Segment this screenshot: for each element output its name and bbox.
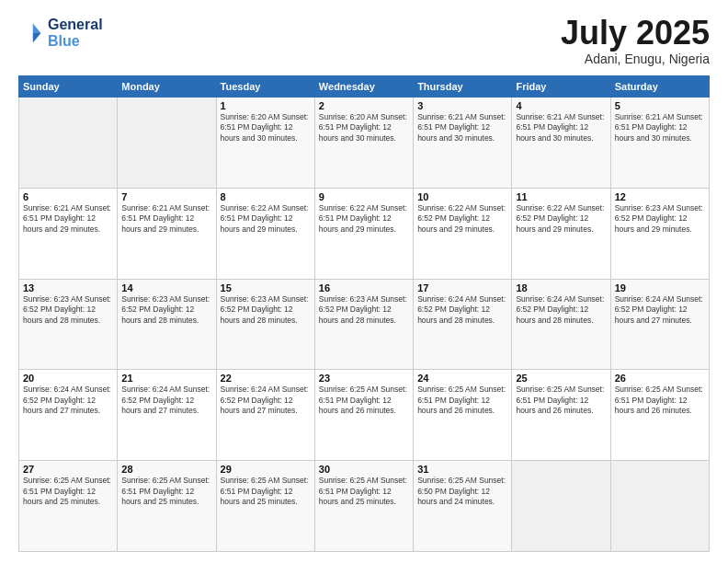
day-info: Sunrise: 6:25 AM Sunset: 6:51 PM Dayligh…	[615, 385, 705, 416]
calendar-header-row: SundayMondayTuesdayWednesdayThursdayFrid…	[19, 76, 710, 98]
calendar-day-header: Tuesday	[216, 76, 314, 98]
day-info: Sunrise: 6:21 AM Sunset: 6:51 PM Dayligh…	[615, 112, 705, 144]
day-info: Sunrise: 6:20 AM Sunset: 6:51 PM Dayligh…	[319, 112, 409, 144]
day-info: Sunrise: 6:24 AM Sunset: 6:52 PM Dayligh…	[516, 294, 606, 326]
calendar-day-cell: 17Sunrise: 6:24 AM Sunset: 6:52 PM Dayli…	[414, 279, 512, 370]
calendar-day-cell: 20Sunrise: 6:24 AM Sunset: 6:52 PM Dayli…	[19, 370, 118, 461]
day-number: 10	[417, 191, 507, 202]
day-number: 13	[23, 282, 113, 293]
day-number: 22	[221, 373, 311, 384]
day-number: 2	[319, 100, 409, 111]
calendar-day-cell: 22Sunrise: 6:24 AM Sunset: 6:52 PM Dayli…	[216, 370, 314, 461]
day-number: 18	[516, 282, 606, 293]
calendar-day-cell: 19Sunrise: 6:24 AM Sunset: 6:52 PM Dayli…	[610, 279, 709, 370]
day-number: 29	[221, 464, 311, 475]
calendar-day-cell	[19, 98, 118, 189]
calendar-day-cell: 29Sunrise: 6:25 AM Sunset: 6:51 PM Dayli…	[216, 461, 314, 552]
calendar-day-cell: 7Sunrise: 6:21 AM Sunset: 6:51 PM Daylig…	[118, 188, 216, 279]
day-info: Sunrise: 6:25 AM Sunset: 6:51 PM Dayligh…	[417, 385, 507, 416]
calendar-day-cell: 4Sunrise: 6:21 AM Sunset: 6:51 PM Daylig…	[512, 98, 610, 189]
day-number: 25	[516, 373, 606, 384]
calendar-day-cell: 10Sunrise: 6:22 AM Sunset: 6:52 PM Dayli…	[414, 188, 512, 279]
day-info: Sunrise: 6:21 AM Sunset: 6:51 PM Dayligh…	[417, 112, 507, 144]
calendar-day-cell: 5Sunrise: 6:21 AM Sunset: 6:51 PM Daylig…	[610, 98, 709, 189]
day-number: 7	[121, 191, 211, 202]
calendar-day-cell: 9Sunrise: 6:22 AM Sunset: 6:51 PM Daylig…	[314, 188, 413, 279]
day-info: Sunrise: 6:21 AM Sunset: 6:51 PM Dayligh…	[121, 203, 211, 235]
day-info: Sunrise: 6:23 AM Sunset: 6:52 PM Dayligh…	[23, 294, 113, 326]
day-info: Sunrise: 6:24 AM Sunset: 6:52 PM Dayligh…	[221, 385, 311, 416]
day-info: Sunrise: 6:24 AM Sunset: 6:52 PM Dayligh…	[417, 294, 507, 326]
day-info: Sunrise: 6:22 AM Sunset: 6:52 PM Dayligh…	[516, 203, 606, 235]
logo-text: General Blue	[48, 17, 103, 50]
calendar-week-row: 27Sunrise: 6:25 AM Sunset: 6:51 PM Dayli…	[19, 461, 710, 552]
calendar-day-cell: 14Sunrise: 6:23 AM Sunset: 6:52 PM Dayli…	[118, 279, 216, 370]
page: General Blue July 2025 Adani, Enugu, Nig…	[0, 0, 728, 563]
calendar-week-row: 6Sunrise: 6:21 AM Sunset: 6:51 PM Daylig…	[19, 188, 710, 279]
calendar-day-cell: 1Sunrise: 6:20 AM Sunset: 6:51 PM Daylig…	[216, 98, 314, 189]
day-number: 31	[417, 464, 507, 475]
day-number: 23	[319, 373, 409, 384]
day-info: Sunrise: 6:22 AM Sunset: 6:51 PM Dayligh…	[319, 203, 409, 235]
calendar-day-header: Saturday	[610, 76, 709, 98]
day-info: Sunrise: 6:24 AM Sunset: 6:52 PM Dayligh…	[121, 385, 211, 416]
day-info: Sunrise: 6:21 AM Sunset: 6:51 PM Dayligh…	[23, 203, 113, 235]
calendar-day-cell: 27Sunrise: 6:25 AM Sunset: 6:51 PM Dayli…	[19, 461, 118, 552]
day-info: Sunrise: 6:22 AM Sunset: 6:51 PM Dayligh…	[221, 203, 311, 235]
day-info: Sunrise: 6:25 AM Sunset: 6:51 PM Dayligh…	[221, 476, 311, 507]
calendar-day-cell	[118, 98, 216, 189]
calendar-day-cell	[610, 461, 709, 552]
calendar-day-cell: 25Sunrise: 6:25 AM Sunset: 6:51 PM Dayli…	[512, 370, 610, 461]
header: General Blue July 2025 Adani, Enugu, Nig…	[18, 17, 710, 66]
day-number: 20	[23, 373, 113, 384]
day-info: Sunrise: 6:21 AM Sunset: 6:51 PM Dayligh…	[516, 112, 606, 144]
calendar-day-header: Friday	[512, 76, 610, 98]
logo-icon	[18, 20, 44, 46]
day-number: 15	[221, 282, 311, 293]
calendar-day-cell: 23Sunrise: 6:25 AM Sunset: 6:51 PM Dayli…	[314, 370, 413, 461]
day-number: 27	[23, 464, 113, 475]
day-number: 1	[221, 100, 311, 111]
day-number: 17	[417, 282, 507, 293]
calendar-day-cell: 12Sunrise: 6:23 AM Sunset: 6:52 PM Dayli…	[610, 188, 709, 279]
calendar-day-header: Monday	[118, 76, 216, 98]
calendar-week-row: 13Sunrise: 6:23 AM Sunset: 6:52 PM Dayli…	[19, 279, 710, 370]
svg-marker-1	[33, 33, 41, 43]
day-info: Sunrise: 6:24 AM Sunset: 6:52 PM Dayligh…	[23, 385, 113, 416]
day-info: Sunrise: 6:23 AM Sunset: 6:52 PM Dayligh…	[221, 294, 311, 326]
day-number: 12	[615, 191, 705, 202]
day-number: 9	[319, 191, 409, 202]
title-block: July 2025 Adani, Enugu, Nigeria	[561, 17, 710, 66]
day-info: Sunrise: 6:23 AM Sunset: 6:52 PM Dayligh…	[319, 294, 409, 326]
day-info: Sunrise: 6:23 AM Sunset: 6:52 PM Dayligh…	[615, 203, 705, 235]
calendar-day-cell: 26Sunrise: 6:25 AM Sunset: 6:51 PM Dayli…	[610, 370, 709, 461]
calendar-day-header: Thursday	[414, 76, 512, 98]
day-number: 14	[121, 282, 211, 293]
month-title: July 2025	[561, 17, 710, 50]
day-info: Sunrise: 6:25 AM Sunset: 6:50 PM Dayligh…	[417, 476, 507, 507]
day-number: 19	[615, 282, 705, 293]
day-info: Sunrise: 6:23 AM Sunset: 6:52 PM Dayligh…	[121, 294, 211, 326]
day-info: Sunrise: 6:25 AM Sunset: 6:51 PM Dayligh…	[121, 476, 211, 507]
day-number: 3	[417, 100, 507, 111]
calendar-day-cell: 15Sunrise: 6:23 AM Sunset: 6:52 PM Dayli…	[216, 279, 314, 370]
calendar-day-cell: 28Sunrise: 6:25 AM Sunset: 6:51 PM Dayli…	[118, 461, 216, 552]
calendar-day-cell: 18Sunrise: 6:24 AM Sunset: 6:52 PM Dayli…	[512, 279, 610, 370]
day-number: 11	[516, 191, 606, 202]
calendar-day-header: Sunday	[19, 76, 118, 98]
location: Adani, Enugu, Nigeria	[561, 52, 710, 66]
day-info: Sunrise: 6:25 AM Sunset: 6:51 PM Dayligh…	[319, 385, 409, 416]
calendar-day-cell: 21Sunrise: 6:24 AM Sunset: 6:52 PM Dayli…	[118, 370, 216, 461]
day-number: 26	[615, 373, 705, 384]
day-number: 5	[615, 100, 705, 111]
day-info: Sunrise: 6:24 AM Sunset: 6:52 PM Dayligh…	[615, 294, 705, 326]
calendar-day-cell: 8Sunrise: 6:22 AM Sunset: 6:51 PM Daylig…	[216, 188, 314, 279]
calendar-day-cell: 31Sunrise: 6:25 AM Sunset: 6:50 PM Dayli…	[414, 461, 512, 552]
day-number: 8	[221, 191, 311, 202]
day-number: 21	[121, 373, 211, 384]
calendar-day-cell: 30Sunrise: 6:25 AM Sunset: 6:51 PM Dayli…	[314, 461, 413, 552]
calendar-day-cell: 3Sunrise: 6:21 AM Sunset: 6:51 PM Daylig…	[414, 98, 512, 189]
day-info: Sunrise: 6:25 AM Sunset: 6:51 PM Dayligh…	[23, 476, 113, 507]
logo: General Blue	[18, 17, 103, 50]
calendar-day-cell	[512, 461, 610, 552]
